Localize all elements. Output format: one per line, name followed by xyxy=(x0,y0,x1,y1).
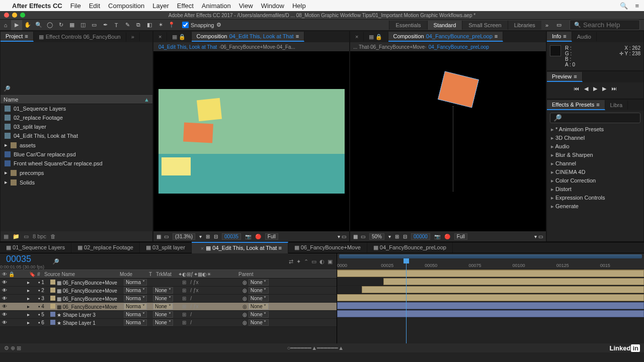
snapping-toggle[interactable]: Snapping ⚙ xyxy=(182,22,221,28)
visibility-icon[interactable]: 👁 xyxy=(2,280,7,285)
time-ruler[interactable]: 000000025000500007500100001250015 xyxy=(337,253,644,269)
track-row[interactable] xyxy=(337,302,644,310)
timeline-tab[interactable]: ▦ 06_FancyBounce+Move xyxy=(288,242,367,253)
trkmat-dropdown[interactable]: None ˅ xyxy=(153,311,173,318)
grid-icon[interactable]: ▭ xyxy=(164,234,169,239)
trash-icon[interactable]: 🗑 xyxy=(50,233,56,239)
layer-columns-header[interactable]: 👁 🔒 🔖 # Source Name Mode T TrkMat ✦◐⊞ƒ✦▦… xyxy=(0,269,337,279)
layer-bar[interactable] xyxy=(383,278,645,285)
effect-category[interactable]: 3D Channel xyxy=(547,134,643,142)
project-item[interactable]: Blue Car/Car replace.psd xyxy=(1,150,152,159)
roto-tool-icon[interactable]: ✶ xyxy=(155,20,166,30)
layer-bar[interactable] xyxy=(362,286,644,293)
layer-row[interactable]: 👁▸▪ 4▦ 06_FancyBounce+MoveNorma ˅None ˅⊞… xyxy=(0,303,337,311)
zoom-tool-icon[interactable]: 🔍 xyxy=(33,20,44,30)
graph-editor-icon[interactable]: ▣ xyxy=(328,258,333,265)
parent-dropdown[interactable]: None ˅ xyxy=(249,295,269,302)
close-icon[interactable]: × xyxy=(201,245,204,251)
current-time[interactable]: 00000 xyxy=(411,233,430,240)
res-down-icon[interactable]: ▾ xyxy=(199,234,202,239)
menu-animation[interactable]: Animation xyxy=(202,2,231,10)
camera-tool-icon[interactable]: ▦ xyxy=(66,20,77,30)
track-row[interactable] xyxy=(337,278,644,286)
tab-composition-left[interactable]: Composition 04_Edit This, Look at That ≡ xyxy=(192,32,305,42)
shape-yellow-1[interactable] xyxy=(196,98,221,122)
viewer-lock-icon[interactable]: ▦ 🔒 xyxy=(167,32,191,42)
search-icon[interactable]: 🔍 xyxy=(620,2,628,10)
hand-tool-icon[interactable]: ✋ xyxy=(22,20,33,30)
workspace-standard[interactable]: Standard xyxy=(427,21,462,30)
project-item[interactable]: 04_Edit This, Look at That xyxy=(1,131,152,140)
workspace-essentials[interactable]: Essentials xyxy=(389,21,427,30)
effects-search[interactable] xyxy=(550,113,640,123)
tab-preview[interactable]: Preview ≡ xyxy=(547,72,583,82)
mode-dropdown[interactable]: Norma ˅ xyxy=(124,311,147,318)
magnification-dropdown[interactable]: 50% xyxy=(369,233,384,240)
clone-tool-icon[interactable]: ⧉ xyxy=(133,20,144,30)
breadcrumb-right[interactable]: ... That ‹ 06_FancyBounce+Move ‹ 04_Fanc… xyxy=(350,42,546,51)
effect-category[interactable]: Audio xyxy=(547,142,643,151)
mode-dropdown[interactable]: Norma ˅ xyxy=(124,295,147,302)
mode-dropdown[interactable]: Norma ˅ xyxy=(124,279,147,286)
current-time-display[interactable]: 00035 xyxy=(0,254,44,264)
new-folder-icon[interactable]: 📁 xyxy=(13,233,20,240)
toggle-switches-icon[interactable]: ⚙ ⊕ ⊞ xyxy=(4,345,21,351)
mag-icon[interactable]: ▦ xyxy=(353,234,358,239)
menu-help[interactable]: Help xyxy=(292,2,306,10)
layer-bar[interactable] xyxy=(337,294,644,301)
switches[interactable]: ⊞ / xyxy=(182,312,192,317)
workspace-smallscreen[interactable]: Small Screen xyxy=(462,21,507,30)
mode-dropdown[interactable]: Norma ˅ xyxy=(124,319,147,326)
project-item[interactable]: 02_replace Footage xyxy=(1,113,152,122)
effects-search-input[interactable] xyxy=(550,113,640,123)
timeline-tab[interactable]: × ▦ 04_Edit This, Look at That ≡ xyxy=(192,242,288,253)
snapshot-icon[interactable]: 📷 xyxy=(434,234,440,239)
menu-effect[interactable]: Effect xyxy=(177,2,194,10)
selected-shape[interactable] xyxy=(438,71,479,108)
menu-file[interactable]: File xyxy=(70,2,81,10)
play-icon[interactable]: ▶ xyxy=(593,85,597,92)
switches[interactable]: ⊞ / ƒx xyxy=(182,280,198,285)
new-comp-icon[interactable]: ▭ xyxy=(24,233,29,240)
next-frame-icon[interactable]: ▶ xyxy=(602,85,606,92)
workspace-overflow-icon[interactable]: » xyxy=(541,22,552,28)
comp-mini-flowchart-icon[interactable]: ⇄ xyxy=(289,258,293,265)
menu-window[interactable]: Window xyxy=(261,2,284,10)
app-name[interactable]: After Effects CC xyxy=(12,2,62,10)
timeline-tab[interactable]: ▦ 04_FancyBounce_preLoop xyxy=(367,242,453,253)
layer-row[interactable]: 👁▸▪ 2▦ 06_FancyBounce+MoveNorma ˅None ˅⊞… xyxy=(0,287,337,295)
magnification-dropdown[interactable]: (31.3%) xyxy=(173,233,195,240)
trkmat-dropdown[interactable]: None ˅ xyxy=(153,319,173,326)
last-frame-icon[interactable]: ⏭ xyxy=(611,85,617,92)
mag-icon[interactable]: ▦ xyxy=(156,234,161,239)
effect-category[interactable]: Distort xyxy=(547,185,643,194)
snapshot-icon[interactable]: 📷 xyxy=(245,234,251,239)
frame-blend-icon[interactable]: ▭ xyxy=(311,258,316,265)
switches[interactable]: ⊞ / ƒx xyxy=(182,288,198,293)
menu-layer[interactable]: Layer xyxy=(152,2,169,10)
trkmat-dropdown[interactable]: None ˅ xyxy=(153,287,173,294)
search-help-input[interactable] xyxy=(583,21,633,29)
workspace-libraries[interactable]: Libraries xyxy=(508,21,541,30)
parent-dropdown[interactable]: None ˅ xyxy=(249,319,269,326)
layer-row[interactable]: 👁▸▪ 3▦ 06_FancyBounce+MoveNorma ˅None ˅⊞… xyxy=(0,295,337,303)
selection-tool-icon[interactable]: ▶ xyxy=(11,20,22,30)
grid-toggle-icon[interactable]: ⊟ xyxy=(214,234,218,239)
timeline-track-area[interactable]: 000000025000500007500100001250015 xyxy=(337,253,644,343)
menu-icon[interactable]: ≡ xyxy=(635,2,639,10)
parent-dropdown[interactable]: None ˅ xyxy=(249,287,269,294)
tab-project[interactable]: Project ≡ xyxy=(1,32,34,42)
shape-yellow-2[interactable] xyxy=(162,157,191,175)
snapping-options-icon[interactable]: ⚙ xyxy=(216,22,221,28)
search-help-field[interactable]: 🔍 xyxy=(570,20,640,30)
layer-bar[interactable] xyxy=(337,310,644,317)
zoom-slider[interactable]: ○━━━━━━▲━━━━━━▲ xyxy=(287,345,344,351)
sort-icon[interactable]: ▲ xyxy=(144,97,149,103)
effects-categories-list[interactable]: * Animation Presets3D ChannelAudioBlur &… xyxy=(547,125,643,241)
track-row[interactable] xyxy=(337,286,644,294)
viewer-canvas-right[interactable] xyxy=(350,51,546,231)
maximize-icon[interactable] xyxy=(20,13,25,18)
grid-toggle-icon[interactable]: ⊟ xyxy=(403,234,407,239)
project-item[interactable]: 01_Sequence Layers xyxy=(1,104,152,113)
eraser-tool-icon[interactable]: ◧ xyxy=(144,20,155,30)
